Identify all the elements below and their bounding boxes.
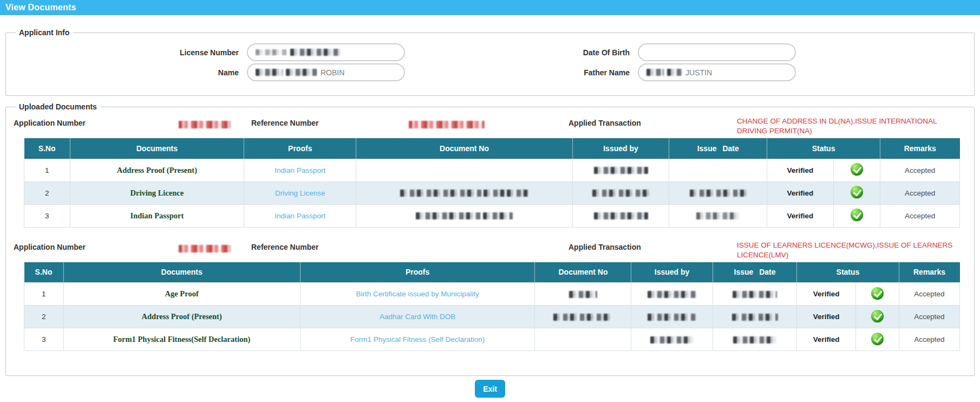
document-cell: Form1 Physical Fitness(Self Declaration) <box>63 328 300 351</box>
proof-link[interactable]: Indian Passport <box>275 212 325 220</box>
proof-cell: Driving License <box>244 181 356 204</box>
remarks-cell: Accepted <box>880 204 960 227</box>
proof-cell: Aadhar Card With DOB <box>300 306 535 328</box>
sno-cell: 1 <box>24 283 64 306</box>
table-row: 1 Address Proof (Present) Indian Passpor… <box>24 159 960 181</box>
proof-link[interactable]: Form1 Physical Fitness (Self Declaration… <box>350 335 485 343</box>
table-row: 2 Driving Licence Driving License Verifi… <box>24 181 960 204</box>
sno-cell: 3 <box>24 204 70 227</box>
father-name-label: Father Name <box>405 68 638 77</box>
page-title: View Documents <box>5 3 76 12</box>
dob-field[interactable] <box>638 43 796 61</box>
document-cell: Address Proof (Present) <box>70 159 244 181</box>
status-cell: Verified <box>797 283 856 306</box>
col-remarks: Remarks <box>880 138 960 159</box>
verified-check-icon <box>871 287 884 300</box>
reference-number-label: Reference Number <box>251 243 319 251</box>
col-issued-by: Issued by <box>572 138 669 159</box>
issue-date-cell <box>669 181 767 204</box>
status-icon-cell <box>856 328 899 351</box>
issued-by-cell <box>572 181 669 204</box>
document-no-cell <box>356 181 572 204</box>
proof-link[interactable]: Indian Passport <box>275 166 325 174</box>
applied-transaction-value: CHANGE OF ADDRESS IN DL(NA),ISSUE INTERN… <box>737 116 953 136</box>
verified-check-icon <box>851 186 863 198</box>
col-issue-date: Issue Date <box>669 138 767 159</box>
dob-label: Date Of Birth <box>405 48 638 57</box>
status-cell: Verified <box>797 328 856 351</box>
title-bar: View Documents <box>0 0 980 15</box>
col-document-no: Document No <box>535 262 631 283</box>
col-documents: Documents <box>70 138 244 159</box>
col-proofs: Proofs <box>300 262 535 283</box>
status-cell: Verified <box>767 204 834 227</box>
status-cell: Verified <box>767 181 834 204</box>
application-number-value-redacted <box>179 120 231 128</box>
issue-date-cell <box>713 283 797 306</box>
application-header-1: Application Number Reference Number Appl… <box>6 111 974 138</box>
redacted-value <box>646 69 664 76</box>
redacted-value <box>256 49 287 55</box>
proof-cell: Indian Passport <box>244 159 356 181</box>
table-row: 2 Address Proof (Present) Aadhar Card Wi… <box>24 306 960 328</box>
uploaded-documents-section: Uploaded Documents Application Number Re… <box>5 102 975 376</box>
document-cell: Indian Passport <box>70 204 244 227</box>
applied-transaction-value: ISSUE OF LEARNERS LICENCE(MCWG),ISSUE OF… <box>737 241 953 260</box>
license-number-field[interactable] <box>247 43 405 61</box>
status-icon-cell <box>833 204 880 227</box>
col-sno: S.No <box>24 138 70 159</box>
applied-transaction-label: Applied Transaction <box>569 119 641 127</box>
status-icon-cell <box>833 181 880 204</box>
table-row: 3 Form1 Physical Fitness(Self Declaratio… <box>24 328 960 351</box>
issued-by-cell <box>631 283 713 306</box>
issued-by-cell <box>631 328 713 351</box>
status-icon-cell <box>833 159 880 181</box>
applied-transaction-label: Applied Transaction <box>569 243 641 251</box>
col-status: Status <box>767 138 880 159</box>
sno-cell: 1 <box>24 159 70 181</box>
redacted-value <box>256 69 283 76</box>
proof-link[interactable]: Aadhar Card With DOB <box>380 313 455 321</box>
verified-check-icon <box>871 333 884 345</box>
proof-link[interactable]: Driving License <box>275 189 325 197</box>
document-no-cell <box>535 328 631 351</box>
application-header-2: Application Number Reference Number Appl… <box>6 235 974 262</box>
issue-date-cell <box>669 204 767 227</box>
issue-date-cell <box>669 159 767 181</box>
name-label: Name <box>6 68 247 77</box>
redacted-value <box>667 69 682 76</box>
issued-by-cell <box>572 159 669 181</box>
document-no-cell <box>356 204 572 227</box>
redacted-value <box>290 49 340 56</box>
document-no-cell <box>356 159 572 181</box>
status-icon-cell <box>856 283 899 306</box>
col-document-no: Document No <box>356 138 572 159</box>
proof-link[interactable]: Birth Certificate issued by Municipality <box>356 290 479 298</box>
sno-cell: 2 <box>24 306 64 328</box>
exit-button[interactable]: Exit <box>475 380 505 398</box>
application-number-value-redacted <box>179 244 231 252</box>
application-number-label: Application Number <box>14 119 86 127</box>
table-header-row: S.No Documents Proofs Document No Issued… <box>24 262 960 283</box>
verified-check-icon <box>851 163 863 176</box>
redacted-value <box>286 69 317 76</box>
table-row: 1 Age Proof Birth Certificate issued by … <box>24 283 960 306</box>
document-no-cell <box>535 283 631 306</box>
sno-cell: 2 <box>24 181 70 204</box>
license-number-label: License Number <box>6 48 247 57</box>
name-field[interactable]: ROBIN <box>247 63 405 81</box>
remarks-cell: Accepted <box>899 283 959 306</box>
remarks-cell: Accepted <box>880 159 960 181</box>
reference-number-label: Reference Number <box>251 119 319 127</box>
issued-by-cell <box>572 204 669 227</box>
remarks-cell: Accepted <box>899 306 959 328</box>
col-proofs: Proofs <box>244 138 356 159</box>
issue-date-cell <box>713 306 797 328</box>
col-issued-by: Issued by <box>631 262 713 283</box>
father-name-field[interactable]: JUSTIN <box>638 63 796 81</box>
status-cell: Verified <box>797 306 856 328</box>
col-documents: Documents <box>63 262 300 283</box>
status-icon-cell <box>856 306 899 328</box>
issued-by-cell <box>631 306 713 328</box>
document-cell: Address Proof (Present) <box>63 306 300 328</box>
